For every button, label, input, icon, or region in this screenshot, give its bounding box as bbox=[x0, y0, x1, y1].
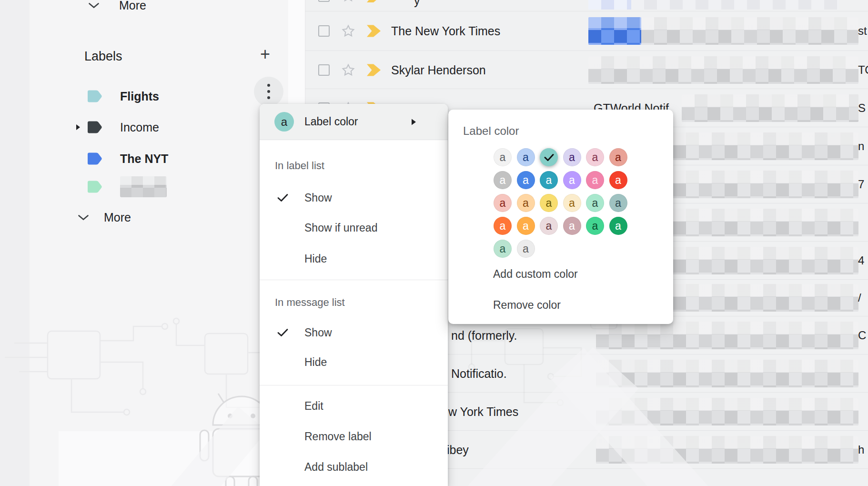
redacted-text bbox=[682, 94, 858, 122]
color-swatch[interactable]: a bbox=[563, 194, 581, 212]
check-icon bbox=[544, 153, 554, 162]
sender-fragment: Notificatio. bbox=[451, 366, 507, 380]
importance-marker-icon[interactable] bbox=[366, 25, 382, 38]
sidebar-label-the-nyt[interactable]: The NYT bbox=[30, 148, 288, 169]
email-row[interactable]: y bbox=[305, 0, 868, 11]
label-tag-icon bbox=[87, 181, 102, 193]
check-icon bbox=[277, 328, 288, 337]
color-swatch[interactable]: a bbox=[494, 148, 512, 166]
color-swatch[interactable]: a bbox=[517, 217, 535, 235]
redacted-text bbox=[596, 360, 858, 387]
color-swatch[interactable]: a bbox=[517, 240, 535, 258]
sidebar-label-income[interactable]: Income bbox=[30, 117, 288, 138]
menu-item-show-messages[interactable]: Show bbox=[304, 324, 332, 341]
color-swatch[interactable]: a bbox=[517, 194, 535, 212]
swatch-letter: a bbox=[523, 198, 529, 209]
color-swatch[interactable]: a bbox=[494, 194, 512, 212]
add-custom-color-button[interactable]: Add custom color bbox=[493, 266, 578, 282]
color-swatch[interactable]: a bbox=[563, 171, 581, 189]
expand-arrow-icon[interactable] bbox=[76, 124, 81, 131]
create-label-button[interactable]: + bbox=[260, 46, 270, 63]
redacted-text bbox=[596, 322, 858, 349]
color-swatch[interactable]: a bbox=[540, 194, 558, 212]
swatch-letter: a bbox=[500, 198, 506, 209]
swatch-letter: a bbox=[546, 175, 552, 186]
color-swatch[interactable]: a bbox=[517, 148, 535, 166]
sidebar-item-more-top[interactable]: More bbox=[88, 0, 146, 15]
color-swatch[interactable]: a bbox=[563, 217, 581, 235]
checkbox[interactable] bbox=[318, 25, 330, 37]
checkbox[interactable] bbox=[318, 64, 330, 76]
star-icon[interactable] bbox=[341, 0, 356, 3]
email-row[interactable]: The New York Times st bbox=[305, 11, 868, 51]
sidebar-item-more-labels[interactable]: More bbox=[78, 208, 131, 227]
color-swatch[interactable]: a bbox=[494, 171, 512, 189]
redacted-text bbox=[588, 0, 631, 10]
redacted-text bbox=[588, 17, 641, 45]
importance-marker-icon[interactable] bbox=[366, 0, 382, 3]
color-swatch[interactable]: a bbox=[609, 217, 627, 235]
menu-item-show[interactable]: Show bbox=[304, 190, 332, 206]
color-swatch[interactable]: a bbox=[609, 148, 627, 166]
swatch-letter: a bbox=[569, 221, 575, 232]
chevron-down-icon bbox=[88, 2, 100, 9]
menu-item-remove-label[interactable]: Remove label bbox=[304, 428, 372, 445]
importance-marker-icon[interactable] bbox=[366, 63, 382, 76]
swatch-letter: a bbox=[592, 198, 598, 209]
color-swatch[interactable]: a bbox=[540, 171, 558, 189]
color-swatch[interactable]: a bbox=[494, 240, 512, 258]
label-options-button[interactable] bbox=[254, 77, 283, 106]
swatch-letter: a bbox=[546, 198, 552, 209]
sender-fragment: ibey bbox=[447, 443, 469, 456]
checkbox[interactable] bbox=[318, 0, 330, 2]
clipped-right-text: S bbox=[858, 101, 866, 115]
email-row[interactable]: Skylar Henderson TO bbox=[305, 51, 868, 89]
redacted-text bbox=[631, 0, 839, 10]
clipped-right-text: TO bbox=[858, 63, 868, 77]
color-swatch[interactable]: a bbox=[609, 171, 627, 189]
menu-item-add-sublabel[interactable]: Add sublabel bbox=[304, 459, 368, 475]
color-swatch[interactable]: a bbox=[586, 194, 604, 212]
color-swatch[interactable]: a bbox=[609, 194, 627, 212]
swatch-letter: a bbox=[523, 221, 529, 232]
swatch-letter: a bbox=[523, 175, 529, 186]
menu-item-show-if-unread[interactable]: Show if unread bbox=[304, 220, 377, 236]
remove-color-button[interactable]: Remove color bbox=[493, 297, 561, 313]
menu-item-edit[interactable]: Edit bbox=[304, 398, 323, 414]
menu-item-label-color[interactable]: a Label color bbox=[260, 104, 448, 140]
swatch-letter: a bbox=[569, 198, 575, 209]
color-swatch[interactable]: a bbox=[586, 171, 604, 189]
label-name: Income bbox=[120, 121, 159, 134]
color-swatch[interactable]: a bbox=[494, 217, 512, 235]
swatch-letter: a bbox=[615, 175, 621, 186]
check-icon bbox=[277, 193, 288, 202]
sender-fragment: y bbox=[414, 0, 420, 8]
color-swatch[interactable]: a bbox=[586, 217, 604, 235]
gmail-screen: More Labels + Flights Income The NYT bbox=[0, 0, 868, 486]
color-swatch[interactable]: a bbox=[563, 148, 581, 166]
left-edge-strip bbox=[0, 0, 30, 486]
sidebar-label-flights[interactable]: Flights bbox=[30, 86, 288, 107]
label-name: The NYT bbox=[120, 152, 168, 166]
star-icon[interactable] bbox=[341, 62, 356, 78]
label-tag-icon bbox=[87, 121, 102, 134]
swatch-letter: a bbox=[500, 152, 506, 163]
star-icon[interactable] bbox=[341, 23, 356, 39]
labels-heading: Labels bbox=[84, 49, 122, 64]
label-context-menu: a Label color In label list Show Show if… bbox=[260, 104, 448, 486]
menu-item-hide-messages[interactable]: Hide bbox=[304, 354, 327, 370]
swatch-letter: a bbox=[615, 198, 621, 209]
color-swatch-selected[interactable] bbox=[540, 148, 558, 166]
swatch-letter: a bbox=[615, 221, 621, 232]
color-swatch[interactable]: a bbox=[540, 217, 558, 235]
clipped-right-text: st bbox=[858, 24, 867, 38]
sidebar-label-redacted[interactable] bbox=[30, 176, 288, 197]
menu-item-hide[interactable]: Hide bbox=[304, 251, 327, 267]
swatch-letter: a bbox=[569, 152, 575, 163]
label-color-swatch-icon: a bbox=[274, 112, 294, 132]
color-swatch[interactable]: a bbox=[586, 148, 604, 166]
color-grid: a a a a a a a a a a a a a a a a a a a a … bbox=[494, 148, 627, 258]
swatch-letter: a bbox=[546, 221, 552, 232]
color-swatch[interactable]: a bbox=[517, 171, 535, 189]
swatch-letter: a bbox=[592, 175, 598, 186]
